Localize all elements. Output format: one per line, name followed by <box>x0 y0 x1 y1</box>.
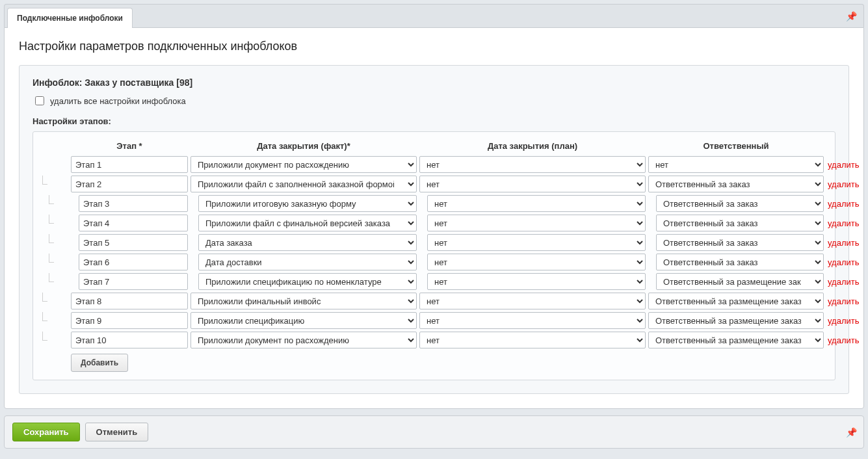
col-header-stage: Этап * <box>71 141 188 151</box>
responsible-select[interactable]: Ответственный за заказ <box>656 195 824 212</box>
responsible-select[interactable]: Ответственный за заказ <box>656 234 824 251</box>
delete-row-link[interactable]: удалить <box>826 316 865 326</box>
cancel-button[interactable]: Отменить <box>85 423 149 441</box>
stage-row: Приложили файл с финальной версией заказ… <box>40 213 828 233</box>
tree-indent <box>40 156 68 173</box>
stage-name-input[interactable] <box>79 195 188 212</box>
iblock-title: Инфоблок: Заказ у поставщика [98] <box>33 77 835 88</box>
add-stage-button[interactable]: Добавить <box>71 354 128 372</box>
tree-indent <box>40 293 68 309</box>
delete-row-link[interactable]: удалить <box>826 199 865 209</box>
stage-name-input[interactable] <box>79 254 188 270</box>
delete-row-link[interactable]: удалить <box>826 335 865 345</box>
pin-icon[interactable]: 📌 <box>846 11 857 21</box>
stage-name-input[interactable] <box>71 176 188 192</box>
delete-row-link[interactable]: удалить <box>826 160 865 170</box>
delete-row-link[interactable]: удалить <box>826 296 865 306</box>
close-plan-select[interactable]: нет <box>419 332 646 348</box>
delete-row-link[interactable]: удалить <box>826 257 865 267</box>
stages-settings-label: Настройки этапов: <box>33 116 835 126</box>
delete-row-link[interactable]: удалить <box>826 238 865 248</box>
close-fact-select[interactable]: Приложили спецификацию по номенклатуре <box>198 273 417 290</box>
stage-name-input[interactable] <box>79 234 188 251</box>
stage-name-input[interactable] <box>71 156 188 173</box>
close-plan-select[interactable]: нет <box>419 156 646 173</box>
tree-indent <box>40 254 68 270</box>
close-fact-select[interactable]: Дата заказа <box>198 234 417 251</box>
stage-name-input[interactable] <box>71 312 188 329</box>
close-fact-select[interactable]: Приложили файл с финальной версией заказ… <box>198 215 417 231</box>
delete-row-link[interactable]: удалить <box>826 179 865 189</box>
responsible-select[interactable]: нет <box>648 156 824 173</box>
stage-row: Дата доставкинетОтветственный за заказуд… <box>40 252 828 272</box>
stage-row: Приложили финальный инвойснетОтветственн… <box>40 291 828 311</box>
delete-all-settings[interactable]: удалить все настройки инфоблока <box>33 94 835 107</box>
tab-bar: Подключенные инфоблоки 📌 <box>4 4 864 27</box>
close-fact-select[interactable]: Приложили файл с заполненной заказной фо… <box>191 176 417 192</box>
close-plan-select[interactable]: нет <box>427 215 646 231</box>
responsible-select[interactable]: Ответственный за заказ <box>656 254 824 270</box>
stage-name-input[interactable] <box>79 215 188 231</box>
stage-row: Приложили спецификацию по номенклатурене… <box>40 272 828 291</box>
close-plan-select[interactable]: нет <box>419 312 646 329</box>
responsible-select[interactable]: Ответственный за заказ <box>648 176 824 192</box>
stage-row: Приложили итоговую заказную формунетОтве… <box>40 194 828 213</box>
tree-indent <box>40 332 68 348</box>
tree-indent <box>40 195 68 212</box>
responsible-select[interactable]: Ответственный за размещение заказа! <box>648 293 824 309</box>
pin-icon[interactable]: 📌 <box>846 427 857 438</box>
stage-row: Приложили документ по расхождениюнетОтве… <box>40 330 828 350</box>
close-fact-select[interactable]: Приложили документ по расхождению <box>191 332 417 348</box>
close-fact-select[interactable]: Приложили документ по расхождению <box>191 156 417 173</box>
delete-row-link[interactable]: удалить <box>826 218 865 228</box>
close-fact-select[interactable]: Приложили спецификацию <box>191 312 417 329</box>
tree-indent <box>40 273 68 290</box>
col-header-close-fact: Дата закрытия (факт)* <box>191 141 417 151</box>
tree-indent <box>40 176 68 192</box>
delete-row-link[interactable]: удалить <box>826 277 865 287</box>
close-plan-select[interactable]: нет <box>427 234 646 251</box>
responsible-select[interactable]: Ответственный за размещение заказа! <box>648 332 824 348</box>
close-fact-select[interactable]: Приложили итоговую заказную форму <box>198 195 417 212</box>
settings-panel: Настройки параметров подключенных инфобл… <box>4 27 864 409</box>
col-header-responsible: Ответственный <box>648 141 824 151</box>
delete-all-checkbox[interactable] <box>35 96 44 105</box>
close-plan-select[interactable]: нет <box>427 195 646 212</box>
stage-row: Приложили спецификациюнетОтветственный з… <box>40 311 828 330</box>
save-button[interactable]: Сохранить <box>12 423 80 441</box>
close-fact-select[interactable]: Приложили финальный инвойс <box>191 293 417 309</box>
col-header-close-plan: Дата закрытия (план) <box>419 141 646 151</box>
tree-indent <box>40 215 68 231</box>
delete-all-label: удалить все настройки инфоблока <box>50 96 186 106</box>
close-plan-select[interactable]: нет <box>419 293 646 309</box>
responsible-select[interactable]: Ответственный за размещение заказа! <box>648 312 824 329</box>
stage-name-input[interactable] <box>71 332 188 348</box>
responsible-select[interactable]: Ответственный за размещение заказа! <box>656 273 824 290</box>
tree-indent <box>40 312 68 329</box>
stages-header: Этап * Дата закрытия (факт)* Дата закрыт… <box>40 138 828 155</box>
stage-row: Дата заказанетОтветственный за заказудал… <box>40 233 828 252</box>
panel-title: Настройки параметров подключенных инфобл… <box>19 40 849 53</box>
stage-row: Приложили документ по расхождениюнетнету… <box>40 155 828 174</box>
stage-row: Приложили файл с заполненной заказной фо… <box>40 174 828 194</box>
close-plan-select[interactable]: нет <box>427 254 646 270</box>
iblock-settings-block: Инфоблок: Заказ у поставщика [98] удалит… <box>19 65 849 394</box>
tab-connected-iblocks[interactable]: Подключенные инфоблоки <box>7 8 133 28</box>
close-plan-select[interactable]: нет <box>419 176 646 192</box>
close-fact-select[interactable]: Дата доставки <box>198 254 417 270</box>
footer-bar: Сохранить Отменить 📌 <box>4 415 864 449</box>
tree-indent <box>40 234 68 251</box>
stage-name-input[interactable] <box>71 293 188 309</box>
close-plan-select[interactable]: нет <box>427 273 646 290</box>
responsible-select[interactable]: Ответственный за заказ <box>656 215 824 231</box>
stage-name-input[interactable] <box>79 273 188 290</box>
stages-box: Этап * Дата закрытия (факт)* Дата закрыт… <box>33 131 835 380</box>
